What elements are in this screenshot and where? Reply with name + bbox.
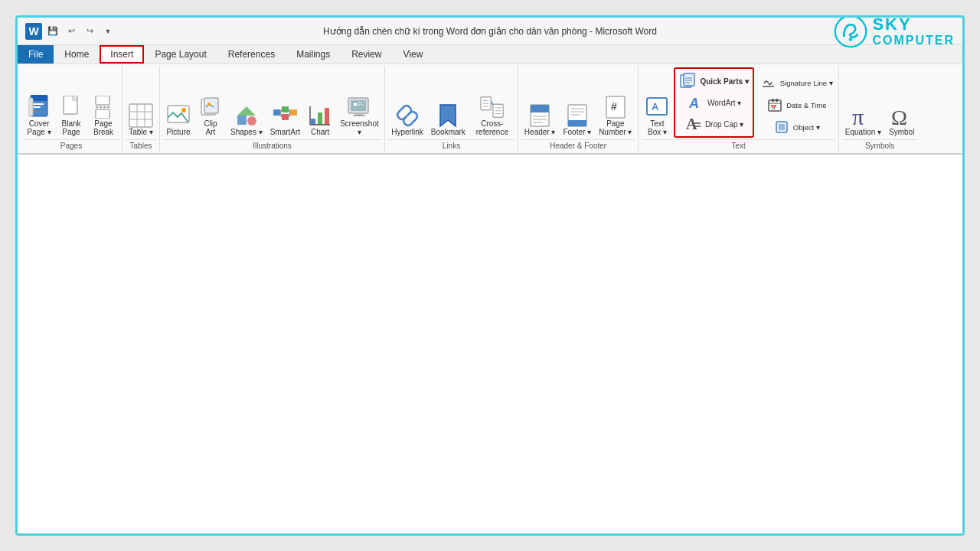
page-number-button[interactable]: # PageNumber ▾ [596, 93, 635, 138]
hyperlink-icon [395, 103, 420, 128]
tables-items: Table ▾ [126, 67, 156, 138]
wordart-icon: A [687, 93, 705, 112]
tab-page-layout[interactable]: Page Layout [144, 45, 217, 64]
screenshot-button[interactable]: Screenshot ▾ [337, 93, 381, 138]
page-break-icon [91, 95, 116, 119]
quick-parts-highlight-box: Quick Parts ▾ A WordArt ▾ [674, 67, 753, 138]
table-label: Table ▾ [129, 128, 153, 136]
computer-text: COMPUTER [872, 34, 955, 47]
wordart-label: WordArt ▾ [707, 99, 741, 107]
svg-point-17 [181, 108, 186, 112]
svg-line-30 [289, 109, 290, 112]
svg-rect-32 [311, 119, 315, 125]
picture-button[interactable]: Picture [163, 102, 194, 138]
tab-insert[interactable]: Insert [100, 45, 144, 64]
cross-reference-label: Cross-reference [473, 119, 511, 136]
page-break-label: PageBreak [93, 119, 113, 136]
svg-line-44 [405, 113, 410, 118]
object-button[interactable]: Object ▾ [757, 116, 835, 138]
text-box-button[interactable]: A TextBox ▾ [642, 93, 672, 138]
bookmark-label: Bookmark [431, 128, 466, 136]
date-time-label: Date & Time [786, 101, 826, 109]
clip-art-button[interactable]: ClipArt [195, 93, 226, 138]
redo-btn[interactable]: ↪ [82, 24, 97, 39]
symbol-label: Symbol [889, 128, 914, 136]
chart-button[interactable]: Chart [305, 102, 335, 138]
sky-logo: SKY COMPUTER [834, 15, 955, 48]
smartart-button[interactable]: SmartArt [267, 102, 303, 138]
text-group: A TextBox ▾ Quick Parts ▾ [639, 66, 838, 152]
svg-rect-54 [531, 105, 549, 112]
wordart-button[interactable]: A WordArt ▾ [677, 92, 750, 113]
title-bar-left: W 💾 ↩ ↪ ▼ [25, 23, 116, 40]
chart-icon [308, 103, 332, 128]
illustrations-items: Picture ClipArt Shapes ▾ [163, 67, 381, 138]
svg-rect-79 [772, 99, 774, 102]
footer-button[interactable]: Footer ▾ [560, 102, 594, 138]
bookmark-button[interactable]: Bookmark [428, 102, 469, 138]
save-btn[interactable]: 💾 [45, 24, 60, 39]
svg-rect-25 [282, 106, 289, 112]
header-button[interactable]: Header ▾ [521, 102, 559, 138]
tab-home[interactable]: Home [54, 45, 100, 64]
text-items: A TextBox ▾ Quick Parts ▾ [642, 67, 835, 138]
object-label: Object ▾ [793, 123, 820, 132]
hyperlink-label: Hyperlink [391, 128, 423, 136]
svg-rect-21 [237, 116, 247, 125]
tab-mailings[interactable]: Mailings [286, 45, 341, 64]
svg-text:#: # [611, 100, 617, 112]
svg-text:π: π [852, 104, 864, 130]
page-number-label: PageNumber ▾ [599, 119, 632, 136]
undo-btn[interactable]: ↩ [64, 24, 79, 39]
cover-page-button[interactable]: CoverPage ▾ [24, 93, 54, 138]
svg-rect-6 [28, 98, 33, 116]
date-time-button[interactable]: 📅 Date & Time [757, 94, 835, 116]
drop-cap-button[interactable]: A Drop Cap ▾ [677, 113, 750, 135]
signature-line-button[interactable]: Signature Line ▾ [757, 72, 835, 93]
svg-rect-34 [325, 108, 329, 125]
table-button[interactable]: Table ▾ [126, 102, 156, 138]
ribbon: CoverPage ▾ BlankPage PageBreak Pages [18, 64, 962, 155]
more-btn[interactable]: ▼ [100, 24, 116, 39]
drop-cap-icon: A [684, 115, 703, 133]
cover-page-label: CoverPage ▾ [27, 119, 51, 136]
smartart-icon [273, 103, 297, 128]
text-box-label: TextBox ▾ [648, 119, 667, 136]
footer-label: Footer ▾ [563, 128, 591, 136]
header-footer-group: Header ▾ Footer ▾ # PageNumber ▾ Header … [518, 66, 639, 152]
tab-file[interactable]: File [18, 45, 54, 64]
ribbon-tabs: File Home Insert Page Layout References … [18, 45, 962, 64]
symbol-icon: Ω [890, 103, 914, 128]
cross-reference-button[interactable]: Cross-reference [470, 93, 514, 138]
text-right-col: Signature Line ▾ 📅 Date & Time [756, 72, 835, 138]
tables-group: Table ▾ Tables [122, 66, 160, 152]
svg-rect-10 [96, 109, 109, 119]
hyperlink-button[interactable]: Hyperlink [388, 102, 426, 138]
signature-line-label: Signature Line ▾ [780, 79, 833, 87]
equation-button[interactable]: π Equation ▾ [842, 102, 884, 138]
svg-rect-5 [33, 106, 41, 108]
quick-parts-button[interactable]: Quick Parts ▾ [677, 70, 750, 92]
text-label: Text [642, 139, 835, 150]
symbol-button[interactable]: Ω Symbol [886, 102, 917, 138]
tab-view[interactable]: View [393, 45, 434, 64]
links-label: Links [388, 139, 514, 150]
page-number-icon: # [603, 95, 628, 119]
document-title: Hướng dẫn chèn chữ kí trong Word đơn giả… [323, 26, 657, 37]
screenshot-icon [347, 95, 371, 119]
pages-items: CoverPage ▾ BlankPage PageBreak [24, 67, 119, 138]
tab-references[interactable]: References [217, 45, 286, 64]
blank-page-button[interactable]: BlankPage [56, 93, 87, 138]
symbols-label: Symbols [842, 139, 918, 150]
page-break-button[interactable]: PageBreak [88, 93, 119, 138]
chart-label: Chart [311, 128, 329, 136]
text-box-icon: A [645, 95, 669, 119]
tab-review[interactable]: Review [341, 45, 392, 64]
symbols-items: π Equation ▾ Ω Symbol [842, 67, 918, 138]
word-icon: W [25, 23, 42, 40]
shapes-button[interactable]: Shapes ▾ [227, 102, 266, 138]
document-area [18, 155, 962, 533]
pages-label: Pages [24, 139, 119, 150]
svg-rect-24 [273, 109, 280, 116]
object-icon [773, 118, 791, 136]
